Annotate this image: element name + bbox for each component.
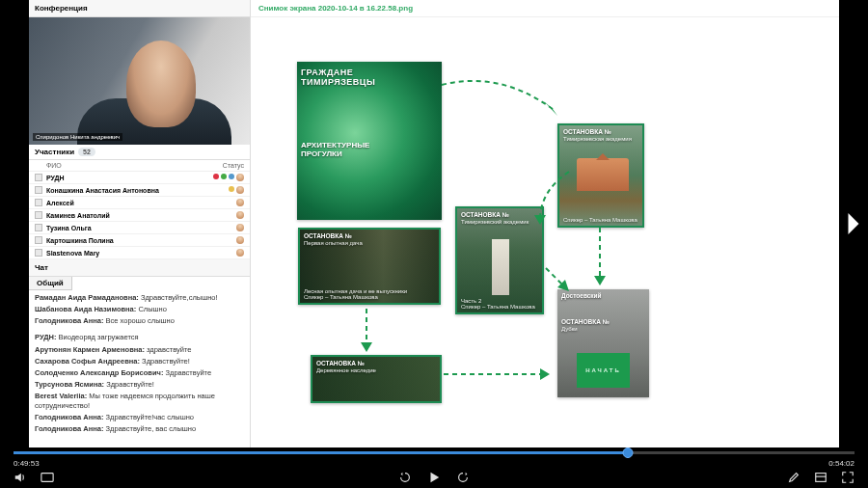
chat-message: РУДН: Виодеоряд загружается [35, 333, 244, 342]
flow-arrow [442, 75, 567, 137]
card-stop-1: ОСТАНОВКА №Первая опытная дача Лесная оп… [298, 228, 441, 305]
col-status: Статус [223, 162, 244, 169]
chat-message: Рамадан Аида Рамадановна: Здравствуйте,с… [35, 293, 244, 303]
chat-message: Шабанова Аида Назимовна: Слышно [35, 305, 244, 314]
fullscreen-icon[interactable] [841, 471, 854, 484]
rewind-icon[interactable] [398, 471, 412, 484]
forward-icon[interactable] [456, 471, 470, 484]
card-main: ГРАЖДАНЕТИМИРЯЗЕВЦЫ АРХИТЕКТУРНЫЕПРОГУЛК… [297, 62, 442, 220]
participant-row[interactable]: Тузина Ольга [29, 222, 250, 234]
start-button[interactable]: НАЧАТЬ [577, 353, 630, 388]
right-column: Снимок экрана 2020-10-14 в 16.22.58.png … [251, 0, 839, 447]
chat-message: Арутюнян Кармен Арменовна: здравствуйте [35, 345, 244, 355]
card-stop-4: Достоевский ОСТАНОВКА №Дубки НАЧАТЬ [557, 289, 649, 397]
left-column: Конференция Спиридонов Никита андреевич … [29, 0, 251, 447]
svg-marker-3 [361, 342, 372, 352]
volume-icon[interactable] [14, 471, 27, 484]
next-slide-button[interactable] [839, 195, 868, 253]
speaker-name-tag: Спиридонов Никита андреевич [33, 133, 122, 141]
chat-message: Сахарова Софья Андреевна: Здравствуйте! [35, 357, 244, 366]
participant-row[interactable]: Каминев Анатолий [29, 209, 250, 222]
time-elapsed: 0:49:53 [14, 459, 40, 468]
svg-rect-6 [41, 474, 53, 482]
seek-bar[interactable] [14, 451, 854, 454]
svg-marker-0 [544, 101, 557, 116]
chat-tab-general[interactable]: Общий [29, 277, 72, 290]
svg-marker-4 [540, 368, 550, 380]
shared-file-name: Снимок экрана 2020-10-14 в 16.22.58.png [251, 0, 839, 17]
flow-arrow [590, 228, 619, 299]
flow-arrow [444, 365, 559, 397]
chat-message: Berest Valeriia: Мы тоже надеемся продол… [35, 392, 244, 411]
participant-row[interactable]: Конашкина Анастасия Антоновна [29, 184, 250, 197]
participant-row[interactable]: Slastenova Mary [29, 247, 250, 259]
svg-marker-1 [594, 276, 606, 285]
play-icon[interactable] [427, 471, 441, 484]
time-total: 0:54:02 [828, 459, 854, 468]
speaker-video[interactable]: Спиридонов Никита андреевич [29, 17, 250, 145]
player-controls: 0:49:53 0:54:02 [0, 447, 868, 488]
edit-icon[interactable] [787, 471, 800, 484]
card-stop-3: ОСТАНОВКА №Тимирязевская академия Спикер… [557, 123, 644, 228]
col-name: ФИО [46, 162, 223, 169]
chat-message: Голодникова Анна: Здравствуйте!час слышн… [35, 413, 244, 422]
card-stop-2: ОСТАНОВКА №Тимирязевский академик Часть … [455, 206, 544, 314]
app-content: Конференция Спиридонов Никита андреевич … [29, 0, 839, 447]
chat-message: Турсунова Ясмина: Здравствуйте! [35, 380, 244, 390]
chat-messages[interactable]: Рамадан Аида Рамадановна: Здравствуйте,с… [29, 290, 250, 447]
participants-count: 52 [78, 148, 95, 156]
participant-row[interactable]: Картошкина Полина [29, 234, 250, 247]
conference-heading: Конференция [29, 0, 250, 17]
chat-message: Солодченко Александр Борисович: Здравств… [35, 368, 244, 378]
captions-icon[interactable] [41, 471, 54, 484]
view-icon[interactable] [814, 471, 827, 484]
slide-canvas[interactable]: ГРАЖДАНЕТИМИРЯЗЕВЦЫ АРХИТЕКТУРНЫЕПРОГУЛК… [251, 17, 839, 447]
participants-panel: Участники 52 ФИО Статус РУДНКонашкина Ан… [29, 145, 250, 259]
chat-panel: Чат Общий Рамадан Аида Рамадановна: Здра… [29, 259, 250, 447]
card-stop-5: ОСТАНОВКА №Деревянное наследие [311, 355, 442, 403]
chat-message: Голодникова Анна: Здравствуйте, вас слыш… [35, 424, 244, 434]
chat-message: Голодникова Анна: Все хорошо слышно [35, 316, 244, 326]
participant-row[interactable]: РУДН [29, 172, 250, 184]
participant-row[interactable]: Алексей [29, 197, 250, 209]
chat-heading: Чат [29, 259, 250, 277]
flow-arrow [357, 309, 386, 361]
participants-title: Участники [35, 148, 74, 156]
svg-rect-7 [816, 474, 827, 482]
